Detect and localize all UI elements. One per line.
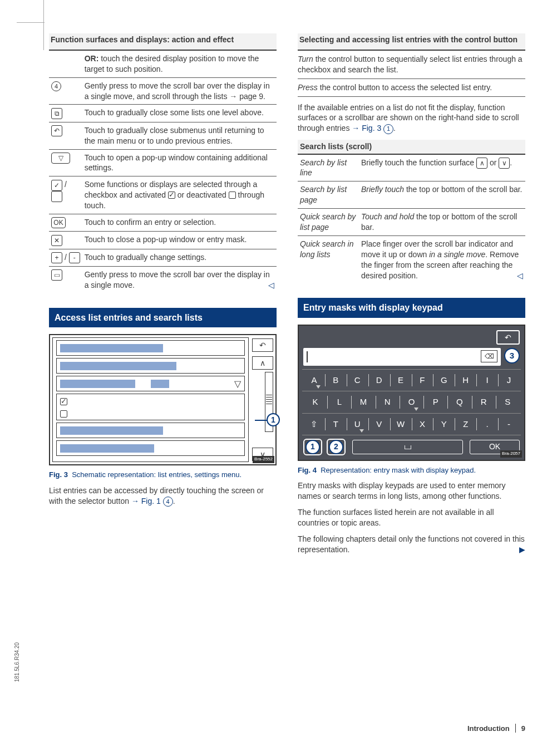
key-dash[interactable]: -: [498, 417, 520, 431]
table-row: Search by list line Briefly touch the fu…: [298, 155, 525, 181]
end-marker-icon: ◁: [517, 271, 523, 281]
fig4-callout-3: 3: [504, 348, 520, 364]
backspace-icon[interactable]: ⌫: [481, 350, 497, 362]
blue-heading-left: Access list entries and search lists: [49, 308, 277, 328]
key-o[interactable]: O: [400, 395, 423, 409]
keypad-back-button[interactable]: ↶: [496, 330, 520, 345]
key-row-3: ⇧ T U V W X Y Z . -: [302, 413, 521, 435]
left-column: Function surfaces and displays: action a…: [49, 33, 277, 561]
row-text: Touch to gradually close some lists one …: [82, 105, 277, 122]
arrow-up-icon: ∧: [476, 158, 487, 169]
table-row: ✓ / Some functions or displays are selec…: [49, 176, 277, 214]
fig3-link[interactable]: → Fig. 3: [352, 124, 381, 132]
circled-4-link-icon: 4: [163, 497, 173, 507]
fig3-back-button[interactable]: ↶: [252, 338, 273, 352]
key-v[interactable]: V: [368, 417, 390, 431]
key-n[interactable]: N: [376, 395, 400, 409]
row-text: Touch to open a pop-up window containing…: [82, 149, 277, 176]
key-j[interactable]: J: [498, 373, 520, 387]
keypad-input[interactable]: ⌫: [303, 348, 501, 366]
fig3-caption: Fig. 3 Schematic representation: list en…: [49, 470, 277, 480]
fig3-up-button[interactable]: ∧: [252, 356, 273, 370]
key-d[interactable]: D: [368, 373, 390, 387]
table-row: OK Touch to confirm an entry or selectio…: [49, 214, 277, 231]
scroll-move-icon: ▭: [51, 269, 62, 281]
table-row: Search by list page Briefly touch the to…: [298, 181, 525, 209]
table-row: ⧉ Touch to gradually close some lists on…: [49, 105, 277, 122]
key-q[interactable]: Q: [447, 395, 471, 409]
key-dot[interactable]: .: [476, 417, 498, 431]
key-u[interactable]: U: [347, 417, 368, 431]
row-text: Gently press to move the scroll bar over…: [82, 77, 277, 105]
arrow-down-icon: ∨: [499, 158, 510, 169]
quick-search-desc: Place finger over the scroll bar indicat…: [359, 235, 525, 283]
key-y[interactable]: Y: [433, 417, 455, 431]
key-m[interactable]: M: [351, 395, 375, 409]
key-f[interactable]: F: [412, 373, 433, 387]
right-section-title: Selecting and accessing list entries wit…: [298, 33, 525, 50]
key-t[interactable]: T: [325, 417, 347, 431]
minus-icon: -: [69, 252, 80, 263]
fig1-link[interactable]: → Fig. 1: [131, 497, 161, 505]
fig3-callout-1: 1: [267, 413, 280, 426]
end-marker-icon: ◁: [268, 280, 274, 291]
close-x-icon: ✕: [51, 235, 62, 246]
key-k[interactable]: K: [303, 395, 327, 409]
function-table: OR: touch the desired display position t…: [49, 51, 277, 293]
row-text: Gently press to move the scroll bar over…: [82, 266, 277, 293]
fig4-code: Bra-2057: [500, 450, 522, 458]
right-column: Selecting and accessing list entries wit…: [298, 33, 525, 561]
row-text: Touch to gradually close submenus until …: [82, 122, 277, 149]
search-table: Search by list line Briefly touch the fu…: [298, 155, 525, 284]
key-i[interactable]: I: [476, 373, 498, 387]
row-text: Touch to close a pop-up window or entry …: [82, 232, 277, 249]
key-g[interactable]: G: [433, 373, 455, 387]
table-row: Quick search by list page Touch and hold…: [298, 209, 525, 236]
right-para-3: Entry masks with display keypads are use…: [298, 480, 525, 502]
table-row: ✕ Touch to close a pop-up window or entr…: [49, 232, 277, 249]
key-r[interactable]: R: [472, 395, 496, 409]
back-icon: ↶: [51, 125, 62, 136]
key-a[interactable]: A: [303, 373, 325, 387]
table-row: OR: touch the desired display position t…: [49, 51, 277, 77]
page-footer: Introduction9: [467, 724, 525, 734]
key-p[interactable]: P: [423, 395, 447, 409]
fig4-callout-2-outer: 2: [327, 439, 346, 455]
key-h[interactable]: H: [455, 373, 476, 387]
key-z[interactable]: Z: [455, 417, 476, 431]
blue-heading-right: Entry masks with display keypad: [298, 298, 525, 318]
close-list-icon: ⧉: [51, 108, 62, 119]
key-b[interactable]: B: [325, 373, 347, 387]
key-c[interactable]: C: [347, 373, 368, 387]
left-para-1: List entries can be accessed by directly…: [49, 485, 277, 507]
key-e[interactable]: E: [390, 373, 412, 387]
unchecked-inline-icon: [229, 192, 236, 199]
fig4-callout-1-outer: 1: [303, 439, 322, 455]
key-s[interactable]: S: [496, 395, 520, 409]
popup-open-icon: ▽: [51, 153, 70, 164]
table-row: Quick search in long lists Place finger …: [298, 235, 525, 283]
checkbox-empty-icon: [51, 191, 62, 202]
continue-marker-icon: ▶: [519, 544, 525, 555]
press-instruction: Press the control button to access the s…: [298, 82, 525, 93]
fig4-caption: Fig. 4 Representation: entry mask with d…: [298, 465, 525, 475]
checkbox-checked-icon: ✓: [51, 180, 62, 191]
circled-4-icon: 4: [51, 81, 61, 91]
left-section-title: Function surfaces and displays: action a…: [49, 33, 277, 50]
space-key[interactable]: ⌴: [352, 440, 463, 454]
table-row: ▽ Touch to open a pop-up window containi…: [49, 149, 277, 176]
crop-marks: [17, 0, 50, 50]
row-text: OR: touch the desired display position t…: [82, 51, 277, 77]
key-l[interactable]: L: [327, 395, 351, 409]
fig4-callout-1: 1: [305, 440, 320, 454]
figure-4: ↶ ⌫ 3 A B C D E F G H I J: [298, 325, 525, 461]
shift-key[interactable]: ⇧: [303, 417, 325, 431]
row-text: Touch to confirm an entry or selection.: [82, 214, 277, 231]
right-para-2: If the available entries on a list do no…: [298, 102, 525, 134]
row-text: Touch to gradually change settings.: [82, 249, 277, 266]
key-x[interactable]: X: [412, 417, 433, 431]
table-row: 4 Gently press to move the scroll bar ov…: [49, 77, 277, 105]
side-code: 181.5L6.R34.20: [13, 642, 21, 681]
circled-1-link-icon: 1: [383, 124, 393, 134]
key-w[interactable]: W: [390, 417, 412, 431]
